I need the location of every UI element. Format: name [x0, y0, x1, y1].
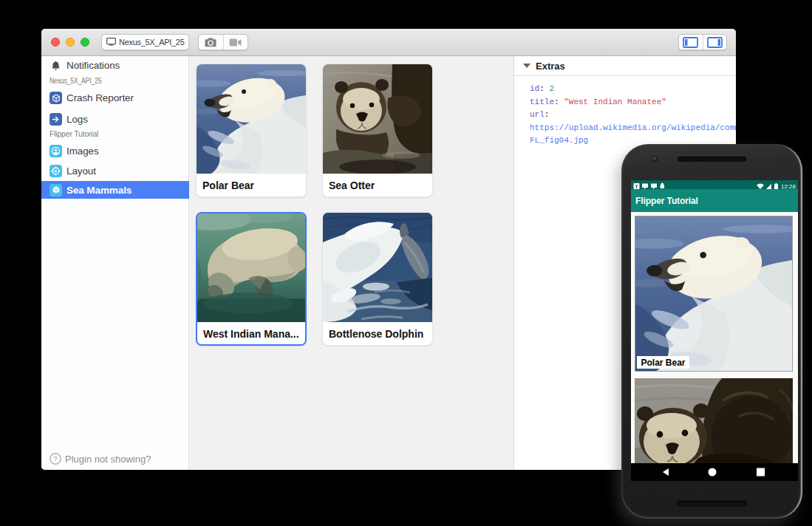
svg-text:?: ? [53, 454, 57, 462]
